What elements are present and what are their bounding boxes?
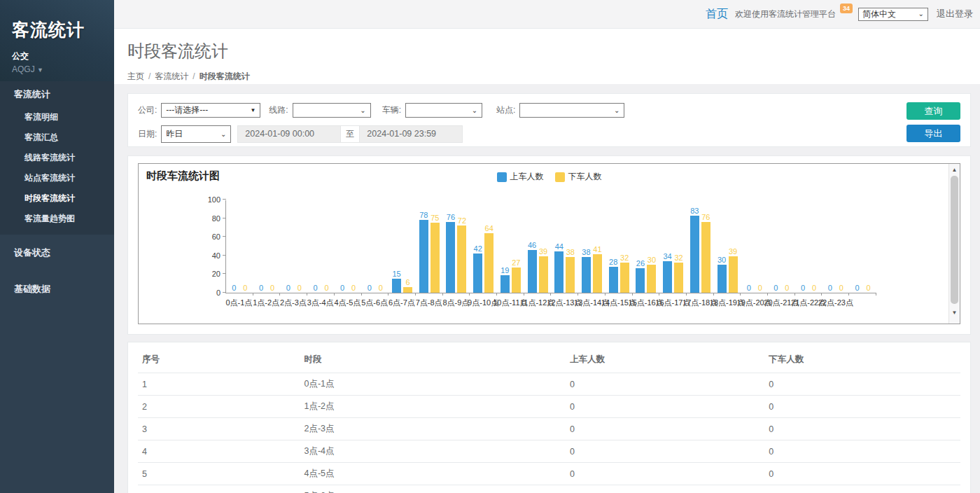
bar-column: 30 (647, 256, 656, 293)
bar (430, 223, 440, 293)
main-column: 首页 欢迎使用客流统计管理平台 34 简体中文 ⌄ 退出登录 时段客流统计 主页… (114, 0, 980, 493)
bar-column: 0 (836, 284, 846, 293)
x-axis-tick (442, 293, 443, 296)
bar-value-label: 30 (648, 256, 656, 265)
sidebar-subitem[interactable]: 客流明细 (0, 107, 114, 127)
table-cell: 5点-6点 (300, 485, 566, 493)
table-panel: 序号时段上车人数下车人数 10点-1点0021点-2点0032点-3点0043点… (127, 342, 971, 493)
scrollbar-thumb[interactable] (951, 176, 958, 304)
bar-value-label: 0 (368, 284, 372, 293)
table-row: 43点-4点00 (138, 440, 960, 463)
date-preset-select[interactable]: 昨日 ⌄ (161, 125, 231, 143)
vehicle-select[interactable]: ⌄ (405, 103, 482, 118)
x-axis-tick (605, 293, 606, 296)
language-select[interactable]: 简体中文 ⌄ (858, 8, 928, 21)
sidebar-subitem[interactable]: 站点客流统计 (0, 168, 114, 188)
bar-column: 0 (295, 284, 304, 293)
logout-link[interactable]: 退出登录 (937, 8, 973, 20)
date-to-input[interactable]: 2024-01-09 23:59 (359, 125, 463, 143)
bar (701, 222, 710, 293)
x-axis-label-text: 4点-5点 (334, 298, 360, 308)
bar-value-label: 0 (351, 284, 356, 293)
bar-column: 42 (473, 244, 482, 293)
line-select[interactable]: ⌄ (293, 103, 371, 118)
sidebar-subitem[interactable]: 客流量趋势图 (0, 209, 114, 229)
bar-group: 00 (795, 200, 822, 293)
x-axis-label-text: 1点-2点 (253, 298, 279, 308)
sidebar-section: 设备状态 (0, 235, 114, 271)
x-axis-label: 3点-4点 (307, 298, 334, 308)
page-heading: 时段客流统计 主页/客流统计/时段客流统计 (114, 29, 980, 84)
search-button[interactable]: 查询 (906, 102, 960, 120)
bar (419, 220, 428, 293)
sidebar-section: 客流统计客流明细客流汇总线路客流统计站点客流统计时段客流统计客流量趋势图 (0, 81, 114, 235)
bar-column: 0 (825, 284, 834, 293)
bar-column: 39 (729, 247, 738, 293)
x-axis-label-text: 8点-9点 (442, 298, 469, 308)
table-cell: 0 (764, 440, 960, 463)
bar-column: 78 (419, 211, 428, 293)
table-cell: 4点-5点 (300, 463, 566, 485)
bar-group: 4264 (470, 200, 497, 293)
x-axis-tick (388, 293, 388, 296)
notification-badge[interactable]: 34 (840, 4, 853, 13)
bar-column: 0 (338, 284, 347, 293)
topbar: 首页 欢迎使用客流统计管理平台 34 简体中文 ⌄ 退出登录 (114, 0, 980, 29)
station-select[interactable]: ⌄ (519, 103, 624, 118)
chart-scrollbar[interactable]: ▲ ▼ (948, 164, 960, 324)
bar-group: 00 (335, 200, 362, 293)
home-link[interactable]: 首页 (706, 7, 728, 22)
sidebar-subitem[interactable]: 时段客流统计 (0, 188, 114, 209)
table-cell: 0 (566, 373, 764, 396)
bar-value-label: 32 (674, 254, 682, 263)
x-axis-tick (659, 293, 659, 296)
table-cell: 0 (764, 396, 960, 418)
bar-group: 3432 (659, 200, 687, 293)
x-axis-label-text: 6点-7点 (388, 298, 415, 308)
company-selector[interactable]: AQGJ ▼ (12, 64, 114, 74)
sidebar-item[interactable]: 客流统计 (0, 81, 114, 107)
bar-value-label: 34 (663, 252, 671, 261)
bar-column: 32 (674, 254, 683, 293)
bar-value-label: 83 (690, 207, 699, 216)
breadcrumb-item[interactable]: 客流统计 (155, 71, 188, 81)
station-label: 站点: (496, 104, 515, 116)
bar-value-label: 39 (729, 247, 737, 256)
bar (593, 254, 602, 293)
bar-group: 00 (822, 200, 849, 293)
bar-group: 00 (253, 200, 281, 293)
filter-panel: 公司: ---请选择--- ▼ 线路: ⌄ 车辆: ⌄ 站点 (127, 93, 971, 147)
bar-column: 0 (810, 284, 819, 293)
sidebar-item[interactable]: 基础数据 (0, 278, 114, 300)
chart-panel: 时段车流统计图 上车人数下车人数 02040608010000000000000… (127, 155, 971, 335)
table-cell: 0 (566, 440, 764, 463)
bar-value-label: 27 (512, 258, 520, 268)
bar-value-label: 75 (430, 214, 439, 223)
chevron-down-icon: ⌄ (220, 131, 226, 138)
bar-column: 0 (853, 284, 862, 293)
bar-value-label: 0 (324, 284, 328, 293)
sidebar: 客流统计 公交 AQGJ ▼ 客流统计客流明细客流汇总线路客流统计站点客流统计时… (0, 0, 114, 493)
export-button[interactable]: 导出 (906, 125, 960, 142)
bar-column: 44 (554, 242, 564, 293)
bar-group: 1927 (497, 200, 524, 293)
table-cell: 3 (138, 418, 300, 440)
table-cell: 3点-4点 (300, 440, 566, 463)
bar-value-label: 0 (855, 284, 859, 293)
company-label: 公司: (138, 104, 157, 116)
table-header-cell: 序号 (138, 347, 300, 373)
bar-group: 00 (226, 200, 253, 293)
company-select[interactable]: ---请选择--- ▼ (161, 103, 260, 118)
sidebar-subitem[interactable]: 线路客流统计 (0, 148, 114, 168)
sidebar-item[interactable]: 设备状态 (0, 242, 114, 264)
breadcrumb-item[interactable]: 主页 (127, 71, 144, 81)
bar-value-label: 41 (593, 245, 601, 254)
sidebar-nav: 客流统计客流明细客流汇总线路客流统计站点客流统计时段客流统计客流量趋势图设备状态… (0, 81, 114, 307)
x-axis-label: 5点-6点 (361, 298, 388, 308)
x-axis-tick (361, 293, 362, 296)
sidebar-subitem[interactable]: 客流汇总 (0, 127, 114, 148)
scroll-up-icon[interactable]: ▲ (949, 165, 960, 175)
scroll-down-icon[interactable]: ▼ (949, 308, 960, 318)
date-from-input[interactable]: 2024-01-09 00:00 (237, 125, 341, 143)
chevron-down-icon: ⌄ (614, 107, 620, 114)
